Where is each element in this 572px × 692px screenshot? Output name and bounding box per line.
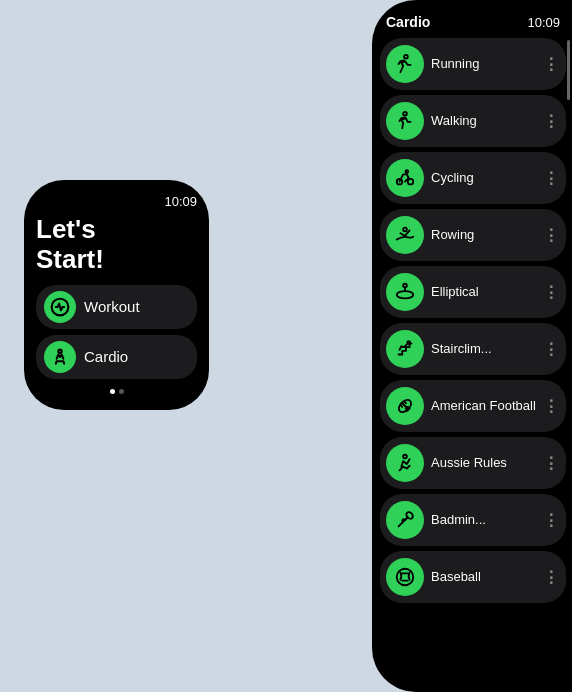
svg-point-2 <box>404 55 408 59</box>
svg-point-10 <box>407 341 410 344</box>
list-item-baseball[interactable]: Baseball ⋮ <box>380 551 566 603</box>
list-item-rowing[interactable]: Rowing ⋮ <box>380 209 566 261</box>
svg-point-5 <box>408 179 414 185</box>
stairclimber-icon <box>386 330 424 368</box>
dot-1 <box>110 389 115 394</box>
page-dots <box>36 389 197 394</box>
svg-point-6 <box>405 170 408 173</box>
list-item-badminton[interactable]: Badmin... ⋮ <box>380 494 566 546</box>
list-item-aussie-rules[interactable]: Aussie Rules ⋮ <box>380 437 566 489</box>
svg-point-9 <box>403 284 407 288</box>
baseball-more[interactable]: ⋮ <box>543 568 560 587</box>
svg-point-3 <box>403 112 407 116</box>
large-watch-title: Cardio <box>386 14 430 30</box>
list-item-stairclimber[interactable]: Stairclim... ⋮ <box>380 323 566 375</box>
aussie-rules-label: Aussie Rules <box>431 455 543 472</box>
dot-2 <box>119 389 124 394</box>
cycling-label: Cycling <box>431 170 543 187</box>
running-label: Running <box>431 56 543 73</box>
list-item-walking[interactable]: Walking ⋮ <box>380 95 566 147</box>
small-watch: 10:09 Let'sStart! Workout Cardio <box>24 180 209 410</box>
cardio-menu-item[interactable]: Cardio <box>36 335 197 379</box>
workout-list[interactable]: Running ⋮ Walking ⋮ <box>372 36 572 692</box>
baseball-icon <box>386 558 424 596</box>
rowing-icon <box>386 216 424 254</box>
small-watch-time: 10:09 <box>36 194 197 209</box>
elliptical-more[interactable]: ⋮ <box>543 283 560 302</box>
american-football-label: American Football <box>431 398 543 415</box>
baseball-label: Baseball <box>431 569 543 586</box>
cardio-icon <box>44 341 76 373</box>
large-watch-time: 10:09 <box>527 15 560 30</box>
elliptical-icon <box>386 273 424 311</box>
svg-point-8 <box>397 291 414 298</box>
svg-point-12 <box>403 455 407 459</box>
walking-icon <box>386 102 424 140</box>
list-item-elliptical[interactable]: Elliptical ⋮ <box>380 266 566 318</box>
american-football-icon <box>386 387 424 425</box>
rowing-more[interactable]: ⋮ <box>543 226 560 245</box>
elliptical-label: Elliptical <box>431 284 543 301</box>
cycling-icon <box>386 159 424 197</box>
svg-point-1 <box>58 349 61 352</box>
large-watch-header: Cardio 10:09 <box>372 0 572 36</box>
walking-more[interactable]: ⋮ <box>543 112 560 131</box>
large-watch: Cardio 10:09 Running ⋮ <box>372 0 572 692</box>
badminton-label: Badmin... <box>431 512 543 529</box>
running-icon <box>386 45 424 83</box>
running-more[interactable]: ⋮ <box>543 55 560 74</box>
badminton-more[interactable]: ⋮ <box>543 511 560 530</box>
svg-point-7 <box>403 228 407 232</box>
workout-menu-item[interactable]: Workout <box>36 285 197 329</box>
workout-label: Workout <box>84 298 140 315</box>
list-item-cycling[interactable]: Cycling ⋮ <box>380 152 566 204</box>
workout-icon <box>44 291 76 323</box>
scroll-indicator <box>567 40 570 100</box>
small-watch-title: Let'sStart! <box>36 215 197 275</box>
stairclimber-label: Stairclim... <box>431 341 543 358</box>
badminton-icon <box>386 501 424 539</box>
american-football-more[interactable]: ⋮ <box>543 397 560 416</box>
walking-label: Walking <box>431 113 543 130</box>
cycling-more[interactable]: ⋮ <box>543 169 560 188</box>
aussie-rules-icon <box>386 444 424 482</box>
list-item-running[interactable]: Running ⋮ <box>380 38 566 90</box>
rowing-label: Rowing <box>431 227 543 244</box>
aussie-rules-more[interactable]: ⋮ <box>543 454 560 473</box>
list-item-american-football[interactable]: American Football ⋮ <box>380 380 566 432</box>
cardio-label: Cardio <box>84 348 128 365</box>
svg-point-14 <box>397 569 414 586</box>
stairclimber-more[interactable]: ⋮ <box>543 340 560 359</box>
